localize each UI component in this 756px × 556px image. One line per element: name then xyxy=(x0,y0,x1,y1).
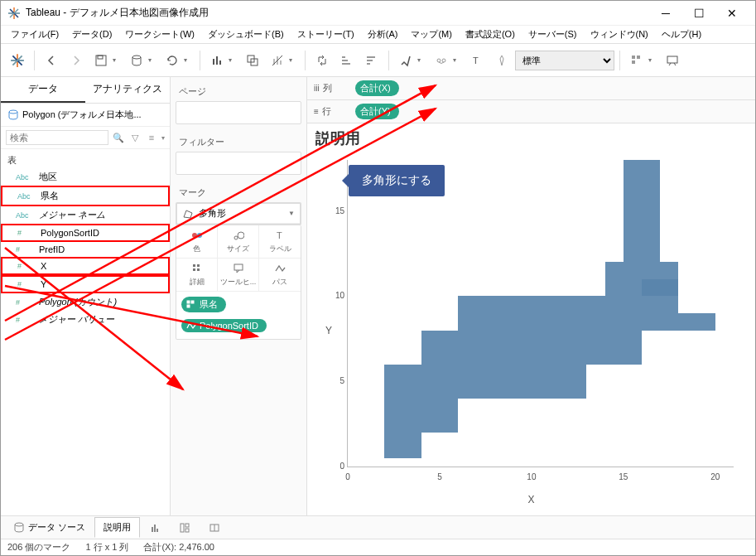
menu-analysis[interactable]: 分析(A) xyxy=(361,27,405,42)
menu-worksheet[interactable]: ワークシート(W) xyxy=(118,27,201,42)
map-tile[interactable] xyxy=(384,399,421,433)
group-button[interactable] xyxy=(430,49,453,72)
mark-type-select[interactable]: 多角形 ▼ xyxy=(177,204,300,224)
datasource-row[interactable]: Polygon (デフォルメ日本地... xyxy=(1,104,170,127)
pill-polygonsortid[interactable]: PolygonSortID xyxy=(181,319,267,332)
tab-data[interactable]: データ xyxy=(1,77,85,103)
new-data-button[interactable] xyxy=(125,49,148,72)
marks-color[interactable]: 色 xyxy=(176,225,218,259)
sheet-title[interactable]: 説明用 xyxy=(309,125,754,152)
close-button[interactable]: ✕ xyxy=(715,2,749,25)
map-tile[interactable] xyxy=(384,433,421,458)
search-input[interactable] xyxy=(6,130,108,145)
map-tile[interactable] xyxy=(495,331,532,365)
menu-server[interactable]: サーバー(S) xyxy=(522,27,584,42)
field-PolygonSortID[interactable]: #PolygonSortID xyxy=(1,224,170,242)
map-tile[interactable] xyxy=(605,262,642,296)
duplicate-button[interactable] xyxy=(241,49,264,72)
annotation-callout: 多角形にする xyxy=(349,165,445,196)
tableau-home-icon[interactable] xyxy=(6,49,29,72)
menu-file[interactable]: ファイル(F) xyxy=(4,27,65,42)
tab-data-source[interactable]: データ ソース xyxy=(4,517,94,538)
rows-shelf[interactable]: 合計(Y) xyxy=(349,99,755,124)
map-tile[interactable] xyxy=(532,331,568,365)
menu-story[interactable]: ストーリー(T) xyxy=(291,27,361,42)
string-type-icon: Abc xyxy=(17,192,36,201)
filters-shelf[interactable] xyxy=(176,152,301,175)
map-tile[interactable] xyxy=(642,279,678,331)
field-Polygon (カウント)[interactable]: #Polygon (カウント) xyxy=(1,293,170,311)
new-sheet-icon xyxy=(149,522,161,534)
svg-rect-21 xyxy=(342,60,348,61)
chart[interactable]: Y X 05101505101520 xyxy=(314,152,749,509)
clear-button[interactable] xyxy=(266,49,289,72)
search-icon[interactable]: 🔍 xyxy=(112,131,125,144)
map-tile[interactable] xyxy=(568,296,604,330)
back-button[interactable] xyxy=(40,49,63,72)
tab-sheet-1[interactable]: 説明用 xyxy=(94,517,140,538)
menu-map[interactable]: マップ(M) xyxy=(404,27,459,42)
map-tile[interactable] xyxy=(458,296,494,330)
highlight-button[interactable] xyxy=(394,49,417,72)
text-button[interactable]: T xyxy=(465,49,489,72)
map-tile[interactable] xyxy=(458,331,494,365)
tab-analytics[interactable]: アナリティクス xyxy=(85,77,170,103)
marks-detail[interactable]: 詳細 xyxy=(176,259,218,292)
marks-size[interactable]: サイズ xyxy=(218,225,259,259)
swap-button[interactable] xyxy=(311,49,334,72)
map-tile[interactable] xyxy=(624,160,660,228)
map-tile[interactable] xyxy=(568,331,604,365)
forward-button[interactable] xyxy=(65,49,88,72)
pages-shelf-label: ページ xyxy=(176,80,301,101)
map-tile[interactable] xyxy=(605,331,642,365)
field-メジャー ネーム[interactable]: Abcメジャー ネーム xyxy=(1,206,170,224)
menu-help[interactable]: ヘルプ(H) xyxy=(655,27,708,42)
columns-shelf[interactable]: 合計(X) xyxy=(349,75,755,101)
map-tile[interactable] xyxy=(678,313,715,331)
map-tile[interactable] xyxy=(495,296,532,330)
new-dashboard-button[interactable] xyxy=(170,518,200,538)
pin-button[interactable] xyxy=(490,49,513,72)
pill-kenmei[interactable]: 県名 xyxy=(181,297,226,312)
menu-format[interactable]: 書式設定(O) xyxy=(459,27,522,42)
view-icon[interactable]: ≡ xyxy=(145,131,158,144)
field-メジャー バリュー[interactable]: #メジャー バリュー xyxy=(1,311,170,328)
fit-select[interactable]: 標準 xyxy=(515,51,614,70)
new-story-button[interactable] xyxy=(200,518,229,538)
map-tile[interactable] xyxy=(458,365,494,399)
minimize-button[interactable]: ─ xyxy=(649,2,682,25)
map-tile[interactable] xyxy=(550,365,586,399)
presentation-button[interactable] xyxy=(661,49,684,72)
marks-path[interactable]: パス xyxy=(259,259,301,292)
save-button[interactable] xyxy=(89,49,113,72)
pages-shelf[interactable] xyxy=(176,101,301,124)
map-tile[interactable] xyxy=(495,365,551,399)
map-tile[interactable] xyxy=(624,228,660,262)
marks-tooltip[interactable]: ツールヒ... xyxy=(218,259,259,292)
sort-asc-button[interactable] xyxy=(335,49,359,72)
new-worksheet-button[interactable] xyxy=(205,49,229,72)
field-PrefID[interactable]: #PrefID xyxy=(1,242,170,257)
sort-desc-button[interactable] xyxy=(360,49,383,72)
new-sheet-button[interactable] xyxy=(140,518,170,538)
maximize-button[interactable]: ☐ xyxy=(682,2,715,25)
menu-data[interactable]: データ(D) xyxy=(65,27,118,42)
map-tile[interactable] xyxy=(421,331,458,365)
filter-icon[interactable]: ▽ xyxy=(128,131,142,144)
field-Y[interactable]: #Y xyxy=(1,275,170,293)
menu-dashboard[interactable]: ダッシュボード(B) xyxy=(201,27,291,42)
svg-rect-30 xyxy=(637,56,640,59)
field-県名[interactable]: Abc県名 xyxy=(1,186,170,206)
map-tile[interactable] xyxy=(384,365,421,399)
map-tile[interactable] xyxy=(605,296,642,330)
svg-point-35 xyxy=(9,110,17,114)
field-X[interactable]: #X xyxy=(1,257,170,275)
map-tile[interactable] xyxy=(532,296,568,330)
map-tile[interactable] xyxy=(421,365,458,399)
menu-window[interactable]: ウィンドウ(N) xyxy=(584,27,655,42)
field-地区[interactable]: Abc地区 xyxy=(1,168,170,186)
show-me-button[interactable] xyxy=(625,49,648,72)
refresh-button[interactable] xyxy=(161,49,184,72)
marks-label[interactable]: Tラベル xyxy=(259,225,301,259)
map-tile[interactable] xyxy=(421,399,458,433)
